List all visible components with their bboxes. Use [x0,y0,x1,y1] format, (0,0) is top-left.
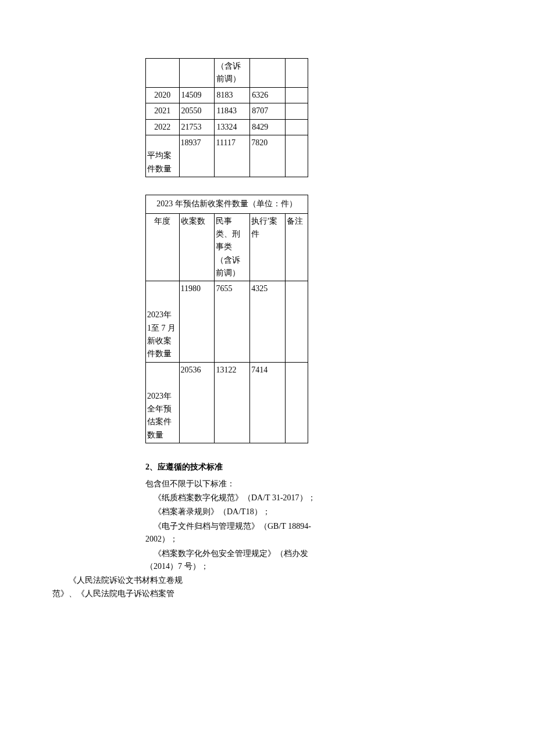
table-header-row: 年度 收案数 民事类、刑事类（含诉前调） 执行'案件 备注 [146,213,308,281]
civil-cell: 13324 [215,119,250,135]
year-cell: 2021 [146,103,180,119]
outdent-text-1: 《人民法院诉讼文书材料立卷规 [52,574,366,587]
header-note: 备注 [286,213,308,281]
year-cell: 平均案件数量 [146,135,180,177]
exec-cell: 6326 [250,87,286,103]
exec-cell: 8429 [250,119,286,135]
section-heading: 2、应遵循的技术标准 [145,461,331,474]
col-civil-header: （含诉前调） [215,59,250,88]
outdent-text-2: 范》、《人民法院电子诉讼档案管 [52,587,366,600]
year-cell: 2023年全年预估案件数量 [146,362,180,443]
civil-cell: 11843 [215,103,250,119]
count-cell: 11980 [179,281,215,362]
year-cell: 2022 [146,119,180,135]
table-row: 2023年 1至 7 月新收案件数量 11980 7655 4325 [146,281,308,362]
table-row: 2021 20550 11843 8707 [146,103,308,119]
count-cell: 21753 [179,119,215,135]
exec-cell: 7820 [250,135,286,177]
table-row: 2020 14509 8183 6326 [146,87,308,103]
note-cell [286,87,308,103]
note-cell [286,281,308,362]
standard-item: 《档案数字化外包安全管理规定》（档办发（2014）7 号）； [145,547,331,574]
civil-cell: 11117 [215,135,250,177]
note-cell [286,362,308,443]
section-intro: 包含但不限于以下标准： [145,478,331,490]
count-cell: 20536 [179,362,215,443]
header-count: 收案数 [179,213,215,281]
civil-cell: 8183 [215,87,250,103]
year-cell: 2023年 1至 7 月新收案件数量 [146,281,180,362]
note-cell [286,103,308,119]
standard-item: 《电子文件归档与管理规范》（GB/T 18894-2002）； [145,520,331,546]
table-row: 平均案件数量 18937 11117 7820 [146,135,308,177]
case-estimate-table-2: 2023 年预估新收案件数量（单位：件） 年度 收案数 民事类、刑事类（含诉前调… [145,195,308,443]
exec-cell: 7414 [250,362,286,443]
count-cell: 18937 [179,135,215,177]
table-title: 2023 年预估新收案件数量（单位：件） [146,195,308,213]
header-civil: 民事类、刑事类（含诉前调） [215,213,250,281]
table-row: （含诉前调） [146,59,308,88]
exec-cell: 4325 [250,281,286,362]
count-cell: 20550 [179,103,215,119]
table-row: 2023年全年预估案件数量 20536 13122 7414 [146,362,308,443]
header-year: 年度 [146,213,180,281]
case-stats-table-1: （含诉前调） 2020 14509 8183 6326 2021 20550 1… [145,58,308,177]
count-cell: 14509 [179,87,215,103]
civil-cell: 13122 [215,362,250,443]
standard-item: 《档案著录规则》（DA/T18）； [145,506,331,518]
header-exec: 执行'案件 [250,213,286,281]
exec-cell: 8707 [250,103,286,119]
note-cell [286,135,308,177]
year-cell: 2020 [146,87,180,103]
table-title-row: 2023 年预估新收案件数量（单位：件） [146,195,308,213]
table-row: 2022 21753 13324 8429 [146,119,308,135]
civil-cell: 7655 [215,281,250,362]
note-cell [286,119,308,135]
standard-item: 《纸质档案数字化规范》（DA/T 31-2017）； [145,492,331,504]
